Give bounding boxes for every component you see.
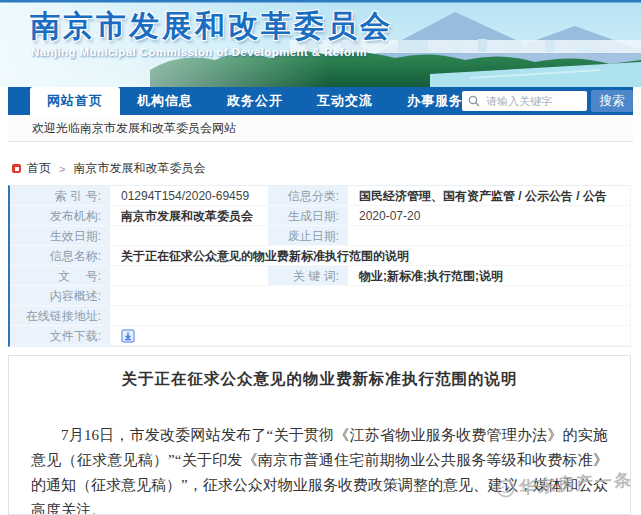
table-row: 生效日期: 废止日期: [10,226,630,246]
breadcrumb: 首页 > 南京市发展和改革委员会 [12,160,205,177]
search-box [462,91,587,111]
article-paragraph: 7月16日，市发改委网站发布了“关于贯彻《江苏省物业服务收费管理办法》的实施意见… [9,423,630,515]
expiry-date-value [348,226,630,246]
tab-home[interactable]: 网站首页 [30,87,120,115]
breadcrumb-separator: > [59,163,65,175]
info-category-label: 信息分类: [268,186,348,206]
site-subtitle: Nanjing Municipal Commission of Developm… [31,46,367,58]
keywords-value: 物业;新标准;执行范围;说明 [348,266,630,286]
table-row: 信息名称: 关于正在征求公众意见的物业费新标准执行范围的说明 [10,246,630,266]
index-number-value: 01294T154/2020-69459 [110,186,268,206]
doc-number-value [110,266,268,286]
expiry-date-label: 废止日期: [268,226,348,246]
summary-label: 内容概述: [10,286,110,306]
welcome-bar: 欢迎光临南京市发展和改革委员会网站 [8,115,633,142]
site-title: 南京市发展和改革委员会 [30,6,393,47]
info-name-label: 信息名称: [10,246,110,266]
table-row: 文件下载: [10,326,630,346]
summary-value [110,286,630,306]
breadcrumb-current: 南京市发展和改革委员会 [73,160,205,177]
search-input[interactable] [484,94,587,108]
nav-tabs: 网站首页 机构信息 政务公开 互动交流 办事服务 [30,87,480,115]
online-link-value [110,306,630,326]
download-icon[interactable] [121,329,135,343]
info-name-value: 关于正在征求公众意见的物业费新标准执行范围的说明 [110,246,630,266]
table-row: 发布机构: 南京市发展和改革委员会 生成日期: 2020-07-20 [10,206,630,226]
effective-date-value [110,226,268,246]
article-body: 7月16日，市发改委网站发布了“关于贯彻《江苏省物业服务收费管理办法》的实施意见… [9,423,630,515]
file-download-label: 文件下载: [10,326,110,346]
generate-date-value: 2020-07-20 [348,206,630,226]
search-icon [468,95,480,107]
watermark-logo-icon [496,478,516,498]
file-download-value [110,326,630,346]
keywords-label: 关 键 词: [268,266,348,286]
publisher-label: 发布机构: [10,206,110,226]
publisher-value: 南京市发展和改革委员会 [110,206,268,226]
table-row: 在线链接地址: [10,306,630,326]
main-navbar: 网站首页 机构信息 政务公开 互动交流 办事服务 搜索 [8,87,633,115]
site-header: 南京市发展和改革委员会 Nanjing Municipal Commission… [0,0,641,87]
generate-date-label: 生成日期: [268,206,348,226]
tab-gov-affairs[interactable]: 政务公开 [210,87,300,115]
effective-date-label: 生效日期: [10,226,110,246]
tab-interaction[interactable]: 互动交流 [300,87,390,115]
info-category-value: 国民经济管理、国有资产监管 / 公示公告 / 公告 [348,186,630,206]
tab-org-info[interactable]: 机构信息 [120,87,210,115]
table-row: 索 引 号: 01294T154/2020-69459 信息分类: 国民经济管理… [10,186,630,206]
breadcrumb-home-link[interactable]: 首页 [27,160,51,177]
article-title: 关于正在征求公众意见的物业费新标准执行范围的说明 [9,369,630,390]
search-button[interactable]: 搜索 [591,90,633,112]
document-metadata-table: 索 引 号: 01294T154/2020-69459 信息分类: 国民经济管理… [8,185,631,347]
online-link-label: 在线链接地址: [10,306,110,326]
table-row: 内容概述: [10,286,630,306]
table-row: 文 号: 关 键 词: 物业;新标准;执行范围;说明 [10,266,630,286]
index-number-label: 索 引 号: [10,186,110,206]
doc-number-label: 文 号: [10,266,110,286]
home-icon [12,164,21,173]
